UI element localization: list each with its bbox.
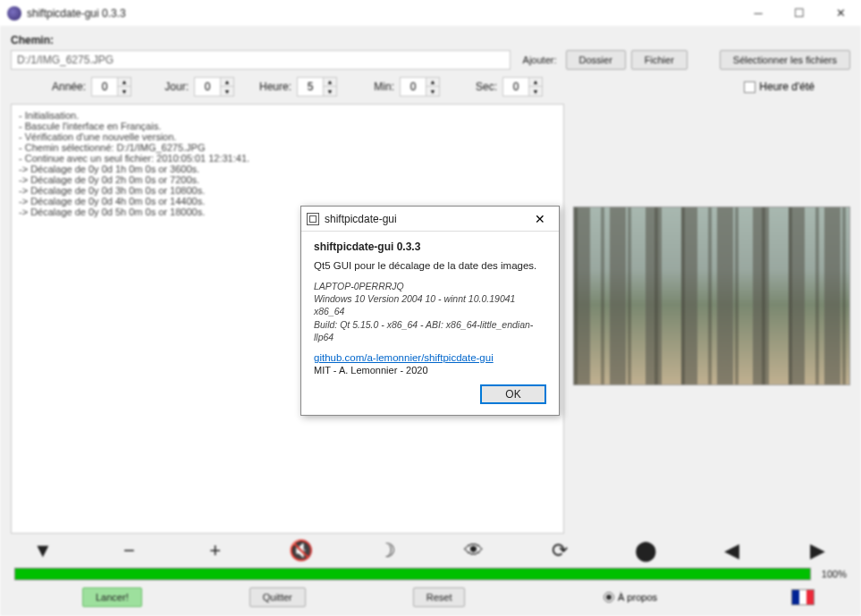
- chevron-up-icon[interactable]: ▲: [221, 78, 233, 87]
- fichier-button[interactable]: Fichier: [631, 50, 688, 70]
- moon-icon[interactable]: ☽: [373, 539, 401, 562]
- min-spinner[interactable]: Min: 0▲▼: [355, 77, 440, 97]
- heure-ete-checkbox[interactable]: Heure d'été: [744, 80, 815, 93]
- chevron-up-icon[interactable]: ▲: [426, 78, 439, 87]
- jour-spinner[interactable]: Jour: 0▲▼: [149, 77, 234, 97]
- chevron-down-icon[interactable]: ▼: [324, 87, 336, 96]
- refresh-icon[interactable]: ⟳: [545, 539, 574, 562]
- dialog-icon: [307, 213, 319, 225]
- app-icon: [7, 6, 21, 21]
- chevron-up-icon[interactable]: ▲: [324, 78, 336, 87]
- collapse-icon[interactable]: ▼: [29, 539, 57, 562]
- prev-icon[interactable]: ◀: [718, 539, 747, 562]
- dialog-link[interactable]: github.com/a-lemonnier/shiftpicdate-gui: [314, 352, 494, 363]
- dialog-sys-build: Build: Qt 5.15.0 - x86_64 - ABI: x86_64-…: [314, 318, 546, 343]
- quitter-button[interactable]: Quitter: [249, 587, 306, 607]
- lancer-button[interactable]: Lancer!: [82, 587, 142, 607]
- close-button[interactable]: ✕: [820, 0, 861, 27]
- dialog-sys-host: LAPTOP-0PERRRJQ: [314, 280, 546, 292]
- annee-spinner[interactable]: Année: 0▲▼: [46, 77, 131, 97]
- chevron-down-icon[interactable]: ▼: [118, 87, 131, 96]
- about-dialog: shiftpicdate-gui ✕ shiftpicdate-gui 0.3.…: [300, 206, 560, 416]
- chevron-down-icon[interactable]: ▼: [426, 87, 439, 96]
- sec-spinner[interactable]: Sec: 0▲▼: [458, 77, 543, 97]
- chevron-down-icon[interactable]: ▼: [529, 87, 542, 96]
- minus-icon[interactable]: −: [114, 539, 143, 562]
- dialog-close-button[interactable]: ✕: [527, 212, 553, 226]
- stop-icon[interactable]: ⬤: [631, 539, 660, 562]
- plus-icon[interactable]: +: [201, 539, 230, 562]
- chevron-up-icon[interactable]: ▲: [118, 78, 131, 87]
- reset-button[interactable]: Reset: [413, 587, 466, 607]
- dialog-description: Qt5 GUI pour le décalage de la date des …: [314, 260, 546, 271]
- flag-france-icon[interactable]: [791, 589, 815, 605]
- next-icon[interactable]: ▶: [804, 539, 832, 562]
- window-title: shiftpicdate-gui 0.3.3: [27, 7, 738, 20]
- dialog-heading: shiftpicdate-gui 0.3.3: [314, 240, 546, 253]
- dialog-license: MIT - A. Lemonnier - 2020: [314, 365, 546, 376]
- ajouter-label: Ajouter:: [523, 55, 557, 65]
- progress-percent: 100%: [815, 569, 847, 579]
- image-preview: [573, 207, 850, 385]
- dossier-button[interactable]: Dossier: [566, 50, 626, 70]
- path-label: Chemin:: [11, 34, 850, 46]
- select-files-button[interactable]: Sélectionner les fichiers: [720, 50, 850, 70]
- apropos-radio[interactable]: À propos: [604, 592, 657, 603]
- toolbar: ▼ − + 🔇 ☽ 👁 ⟳ ⬤ ◀ ▶: [11, 534, 850, 568]
- dialog-sys-os: Windows 10 Version 2004 10 - winnt 10.0.…: [314, 292, 546, 317]
- dialog-ok-button[interactable]: OK: [480, 384, 546, 404]
- eye-icon[interactable]: 👁: [460, 539, 488, 562]
- path-input[interactable]: [11, 50, 511, 70]
- mute-icon[interactable]: 🔇: [287, 539, 316, 562]
- titlebar: shiftpicdate-gui 0.3.3 ─ ☐ ✕: [0, 0, 861, 27]
- dialog-title: shiftpicdate-gui: [325, 213, 527, 225]
- heure-spinner[interactable]: Heure: 5▲▼: [252, 77, 337, 97]
- progress-bar: [14, 568, 811, 580]
- maximize-button[interactable]: ☐: [779, 0, 820, 27]
- chevron-up-icon[interactable]: ▲: [529, 78, 542, 87]
- minimize-button[interactable]: ─: [738, 0, 779, 27]
- chevron-down-icon[interactable]: ▼: [221, 87, 233, 96]
